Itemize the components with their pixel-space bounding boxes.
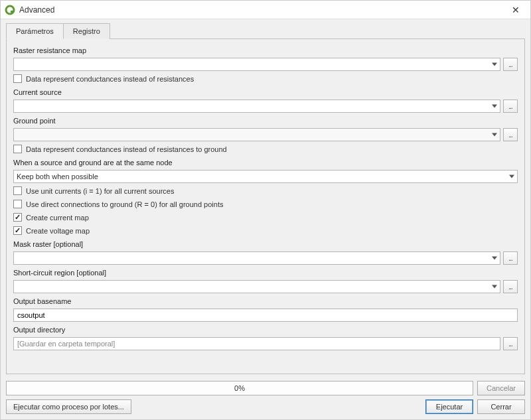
checkbox-voltage-map[interactable] — [13, 226, 22, 235]
label-raster-resistance: Raster resistance map — [13, 46, 518, 54]
label-mask-raster: Mask raster [optional] — [13, 240, 518, 248]
checkbox-conductances-ground[interactable] — [13, 145, 22, 153]
content-area: Parámetros Registro Raster resistance ma… — [1, 19, 530, 377]
titlebar: Advanced ✕ — [1, 1, 530, 19]
label-same-node: When a source and ground are at the same… — [13, 159, 518, 167]
close-button[interactable]: Cerrar — [477, 399, 525, 414]
batch-button[interactable]: Ejecutar como proceso por lotes... — [6, 399, 131, 414]
browse-ground-point[interactable]: ... — [503, 128, 518, 141]
input-short-circuit[interactable] — [13, 280, 500, 293]
chevron-down-icon — [492, 257, 497, 260]
select-same-node-value: Keep both when possible — [17, 173, 98, 180]
label-chk-direct-ground: Use direct connections to ground (R = 0)… — [26, 200, 223, 208]
checkbox-current-map[interactable] — [13, 213, 22, 222]
svg-point-0 — [6, 6, 14, 14]
label-chk-conductances-ground: Data represent conductances instead of r… — [26, 145, 227, 153]
cancel-button[interactable]: Cancelar — [477, 381, 525, 395]
input-output-basename[interactable] — [13, 309, 518, 322]
input-raster-resistance[interactable] — [13, 58, 500, 71]
label-chk-current-map: Create current map — [26, 214, 89, 222]
chevron-down-icon — [492, 105, 497, 108]
tab-registro[interactable]: Registro — [63, 23, 110, 39]
qgis-icon — [5, 5, 15, 15]
label-ground-point: Ground point — [13, 117, 518, 125]
browse-short-circuit[interactable]: ... — [503, 280, 518, 293]
input-ground-point[interactable] — [13, 128, 500, 141]
label-chk-unit-currents: Use unit currents (i = 1) for all curren… — [26, 187, 174, 195]
browse-mask-raster[interactable]: ... — [503, 251, 518, 265]
chevron-down-icon — [492, 285, 497, 289]
label-current-source: Current source — [13, 88, 518, 96]
input-mask-raster[interactable] — [13, 251, 500, 265]
select-same-node[interactable]: Keep both when possible — [13, 170, 518, 183]
label-output-basename: Output basename — [13, 297, 518, 305]
tab-parametros[interactable]: Parámetros — [6, 23, 64, 39]
browse-raster-resistance[interactable]: ... — [503, 58, 518, 71]
input-output-directory[interactable] — [13, 337, 500, 350]
progress-text: 0% — [234, 384, 245, 392]
checkbox-unit-currents[interactable] — [13, 186, 22, 195]
chevron-down-icon — [492, 63, 497, 66]
checkbox-direct-ground[interactable] — [13, 200, 22, 208]
window-title: Advanced — [19, 5, 505, 15]
dialog-window: Advanced ✕ Parámetros Registro Raster re… — [0, 0, 531, 420]
label-output-directory: Output directory — [13, 326, 518, 334]
browse-current-source[interactable]: ... — [503, 100, 518, 113]
label-chk-conductances: Data represent conductances instead of r… — [26, 75, 194, 83]
progress-bar: 0% — [6, 381, 473, 395]
parameters-panel: Raster resistance map ... Data represent… — [6, 38, 525, 374]
close-icon[interactable]: ✕ — [505, 5, 526, 15]
checkbox-conductances[interactable] — [13, 74, 22, 83]
chevron-down-icon — [492, 133, 497, 137]
run-button[interactable]: Ejecutar — [425, 399, 473, 414]
chevron-down-icon — [509, 175, 514, 178]
browse-output-directory[interactable]: ... — [503, 337, 518, 350]
label-chk-voltage-map: Create voltage map — [26, 227, 90, 235]
input-current-source[interactable] — [13, 100, 500, 113]
tab-strip: Parámetros Registro — [6, 23, 525, 39]
dialog-footer: 0% Cancelar Ejecutar como proceso por lo… — [1, 377, 530, 419]
svg-rect-1 — [11, 11, 14, 13]
label-short-circuit: Short-circuit region [optional] — [13, 269, 518, 277]
